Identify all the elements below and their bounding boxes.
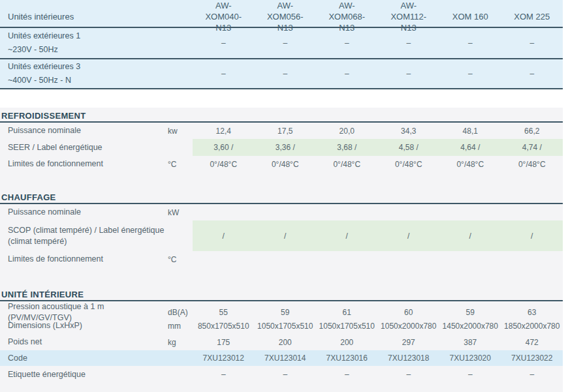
row-label-line: ~400V - 50Hz - N	[8, 74, 71, 87]
table-row-heating-power: Puissance nominale kW	[0, 204, 563, 220]
value-cell: 297	[378, 334, 440, 350]
row-label-line: Unités extérieures 1	[8, 29, 80, 43]
value-cell	[378, 204, 440, 220]
unit-cell: kW	[166, 204, 193, 220]
value-cell: –	[439, 28, 501, 58]
value-cell: 175	[193, 334, 255, 350]
value-cell	[255, 204, 317, 220]
unit-cell: °C	[166, 156, 193, 172]
value-cell: 3,68 /	[316, 139, 378, 156]
value-cell	[193, 251, 255, 267]
table-row-net-weight: Poids net kg 175 200 200 297 387 472	[0, 334, 563, 350]
value-cell: 7XU123016	[316, 350, 378, 366]
value-cell: –	[193, 366, 255, 383]
unit-cell	[166, 139, 193, 156]
value-cell: 0°/48°C	[255, 156, 317, 172]
value-cell: 0°/48°C	[501, 156, 563, 172]
row-label: Code	[0, 350, 166, 366]
value-cell: 1450x2000x780	[439, 318, 501, 334]
value-cell	[501, 251, 563, 267]
table-header-row: Unités intérieures AW-XOM040-N13 AW-XOM0…	[0, 0, 563, 28]
unit-cell: °C	[166, 251, 193, 267]
value-cell: 200	[316, 334, 378, 350]
row-label: Limites de fonctionnement	[0, 156, 166, 172]
value-cell: 48,1	[439, 123, 501, 139]
value-cell: –	[316, 366, 378, 383]
table-row-heating-limits: Limites de fonctionnement °C	[0, 251, 563, 267]
value-cell	[501, 204, 563, 220]
value-cell: 0°/48°C	[316, 156, 378, 172]
row-label: Puissance nominale	[0, 123, 166, 139]
unit-cell	[166, 350, 193, 366]
value-cell: 1850x2000x780	[501, 318, 563, 334]
value-cell: –	[193, 59, 255, 88]
value-cell: 1050x1705x510	[255, 318, 317, 334]
value-cell: /	[439, 220, 501, 251]
value-cell: 200	[255, 334, 317, 350]
value-cell	[316, 251, 378, 267]
row-label-line: Unités extérieures 3	[8, 60, 80, 74]
value-cell: –	[378, 28, 440, 58]
table-row-dimensions: Dimensions (LxHxP) mm 850x1705x510 1050x…	[0, 318, 563, 334]
value-cell: –	[255, 366, 317, 383]
value-cell: 0°/48°C	[378, 156, 440, 172]
row-label: SCOP (climat tempéré) / Label énergétiqu…	[0, 220, 166, 251]
value-cell: 387	[439, 334, 501, 350]
value-cell: 7XU123012	[193, 350, 255, 366]
table-row-cooling-power: Puissance nominale kw 12,4 17,5 20,0 34,…	[0, 123, 563, 139]
row-label: Puissance nominale	[0, 204, 166, 220]
value-cell: /	[193, 220, 255, 251]
table-row-cooling-limits: Limites de fonctionnement °C 0°/48°C 0°/…	[0, 156, 563, 172]
table-row-outdoor-3: Unités extérieures 3 ~400V - 50Hz - N – …	[0, 59, 563, 89]
value-cell: 4,64 /	[439, 139, 501, 156]
value-cell: –	[316, 28, 378, 58]
spec-table: Unités intérieures AW-XOM040-N13 AW-XOM0…	[0, 0, 563, 392]
unit-cell: kg	[166, 334, 193, 350]
value-cell: 20,0	[316, 123, 378, 139]
value-cell	[193, 204, 255, 220]
value-cell	[378, 251, 440, 267]
table-body: REFROIDISSEMENT Puissance nominale kw 12…	[0, 108, 563, 392]
value-cell: 4,74 /	[501, 139, 563, 156]
value-cell: –	[378, 59, 440, 88]
table-row-code: Code 7XU123012 7XU123014 7XU123016 7XU12…	[0, 350, 563, 366]
value-cell: /	[501, 220, 563, 251]
value-cell: 1050x2000x780	[378, 318, 440, 334]
value-cell: 0°/48°C	[193, 156, 255, 172]
value-cell: –	[193, 28, 255, 58]
unit-cell: mm	[166, 318, 193, 334]
value-cell: 4,58 /	[378, 139, 440, 156]
value-cell: /	[255, 220, 317, 251]
value-cell: –	[501, 28, 563, 58]
value-cell: /	[378, 220, 440, 251]
value-cell: 3,36 /	[255, 139, 317, 156]
value-cell	[255, 251, 317, 267]
unit-cell: kw	[166, 123, 193, 139]
table-row-sound-pressure: Pression acoustique à 1 m (PV/MV/GV/TGV)…	[0, 301, 563, 318]
value-cell: –	[255, 28, 317, 58]
value-cell: 66,2	[501, 123, 563, 139]
value-cell: 472	[501, 334, 563, 350]
value-cell: 3,60 /	[193, 139, 255, 156]
row-label: Limites de fonctionnement	[0, 251, 166, 267]
section-title-heating: CHAUFFAGE	[0, 189, 563, 204]
table-row-energy-label: Etiquette énergétique – – – – – –	[0, 366, 563, 383]
value-cell: –	[316, 59, 378, 88]
value-cell: 17,5	[255, 123, 317, 139]
row-label: SEER / Label énergétique	[0, 139, 166, 156]
value-cell	[316, 204, 378, 220]
value-cell: /	[316, 220, 378, 251]
value-cell: 850x1705x510	[193, 318, 255, 334]
section-title-indoor-unit: UNITÉ INTÉRIEURE	[0, 286, 563, 301]
table-row-outdoor-1: Unités extérieures 1 ~230V - 50Hz – – – …	[0, 28, 563, 59]
row-label: Poids net	[0, 334, 166, 350]
value-cell: –	[255, 59, 317, 88]
unit-cell	[166, 220, 193, 251]
unit-cell	[166, 28, 193, 58]
unit-cell	[166, 59, 193, 88]
value-cell	[439, 204, 501, 220]
value-cell: –	[501, 366, 563, 383]
row-label: Etiquette énergétique	[0, 366, 166, 383]
row-label: Unités extérieures 3 ~400V - 50Hz - N	[0, 59, 166, 88]
unit-cell	[166, 366, 193, 383]
